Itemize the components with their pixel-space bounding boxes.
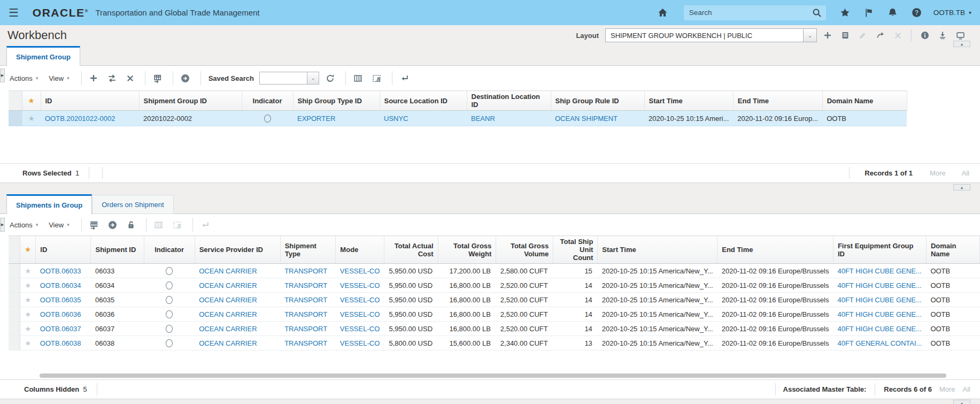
favorite-row-star-icon[interactable]: ★ [20, 322, 35, 336]
row-header-cell[interactable] [9, 264, 20, 278]
cell-link-service_provider_id[interactable]: OCEAN CARRIER [199, 339, 257, 347]
favorite-row-star-icon[interactable]: ★ [20, 307, 35, 322]
scrollbar-thumb[interactable] [40, 373, 946, 378]
cell-link-destination_location_id[interactable]: BEANR [471, 115, 495, 123]
row-header-cell[interactable] [9, 307, 20, 322]
chevron-down-icon[interactable]: ⌄ [803, 29, 816, 42]
column-header-end_time[interactable]: End Time [717, 236, 834, 264]
column-header-start_time[interactable]: Start Time [644, 91, 733, 111]
detach-icon[interactable] [372, 74, 381, 83]
cell-link-id[interactable]: OOTB.06038 [40, 339, 81, 347]
refresh-icon[interactable] [326, 74, 335, 83]
global-search-box[interactable] [684, 5, 826, 20]
records-more-button[interactable]: More [939, 385, 955, 393]
panel-splitter-handle[interactable]: ▶ [0, 68, 5, 82]
cell-link-id[interactable]: OOTB.06036 [40, 310, 81, 318]
table-action-icon[interactable] [153, 74, 162, 83]
cell-link-id[interactable]: OOTB.06033 [40, 267, 81, 275]
records-all-button[interactable]: All [962, 169, 969, 177]
cell-link-mode[interactable]: VESSEL-CO [340, 267, 380, 275]
cell-link-id[interactable]: OOTB.06035 [40, 296, 81, 304]
add-icon[interactable] [89, 74, 98, 82]
cell-link-mode[interactable]: VESSEL-CO [340, 339, 380, 347]
column-header-source_location_id[interactable]: Source Location ID [380, 91, 467, 111]
actions-menu[interactable]: Actions▾ [10, 221, 38, 229]
delete-icon[interactable] [126, 74, 134, 82]
cell-link-mode[interactable]: VESSEL-CO [340, 296, 380, 304]
go-circle-icon[interactable] [181, 74, 190, 83]
column-header-ship_group_rule_id[interactable]: Ship Group Rule ID [551, 91, 644, 111]
horizontal-scrollbar[interactable] [0, 372, 980, 379]
cell-link-first_equipment_group_id[interactable]: 40FT HIGH CUBE GENE... [837, 325, 921, 333]
sync-arrows-icon[interactable] [107, 74, 117, 83]
export-icon[interactable] [938, 31, 947, 40]
cell-link-shipment_type[interactable]: TRANSPORT [284, 339, 327, 347]
records-more-button[interactable]: More [930, 169, 946, 177]
notifications-bell-icon[interactable] [888, 7, 898, 18]
cell-link-shipment_type[interactable]: TRANSPORT [284, 310, 327, 318]
cell-link-id[interactable]: OOTB.06034 [40, 281, 81, 289]
unlock-icon[interactable] [127, 220, 135, 229]
grid-view-icon[interactable] [353, 74, 362, 83]
cell-link-id[interactable]: OOTB.06037 [40, 325, 81, 333]
cell-link-shipment_type[interactable]: TRANSPORT [284, 296, 327, 304]
cell-link-first_equipment_group_id[interactable]: 40FT GENERAL CONTAI... [837, 339, 922, 347]
actions-menu[interactable]: Actions▾ [10, 74, 38, 82]
column-header-mode[interactable]: Mode [336, 236, 384, 264]
column-header-shipment_type[interactable]: Shipment Type [280, 236, 336, 264]
help-icon[interactable]: ? [912, 7, 922, 18]
row-header-cell[interactable] [9, 111, 22, 126]
column-header-domain_name[interactable]: Domain Name [926, 236, 979, 264]
row-header-cell[interactable] [9, 322, 20, 336]
chevron-down-icon[interactable]: ⌄ [307, 72, 319, 84]
table-row[interactable]: ★OOTB.0603506035OCEAN CARRIERTRANSPORTVE… [9, 293, 980, 307]
add-layout-icon[interactable] [823, 31, 832, 40]
cell-link-mode[interactable]: VESSEL-CO [340, 325, 380, 333]
view-menu[interactable]: View▾ [49, 221, 69, 229]
favorite-row-star-icon[interactable]: ★ [20, 293, 35, 307]
column-header-shipment_group_id[interactable]: Shipment Group ID [139, 91, 242, 111]
table-row[interactable]: ★OOTB.0603606036OCEAN CARRIERTRANSPORTVE… [9, 307, 980, 322]
table-row[interactable]: ★OOTB.0603306033OCEAN CARRIERTRANSPORTVE… [9, 264, 980, 278]
column-header-ship_group_type_id[interactable]: Ship Group Type ID [293, 91, 380, 111]
desktop-icon[interactable] [956, 31, 965, 40]
search-icon[interactable] [812, 8, 822, 18]
collapse-panel-handle[interactable]: ▲ [953, 184, 970, 190]
column-header-total_ship_unit_count[interactable]: Total Ship Unit Count [553, 236, 598, 264]
table-row[interactable]: ★OOTB.0603706037OCEAN CARRIERTRANSPORTVE… [9, 322, 980, 336]
apply-return-icon[interactable] [400, 74, 409, 83]
cell-link-service_provider_id[interactable]: OCEAN CARRIER [199, 281, 257, 289]
row-header-cell[interactable] [9, 278, 20, 293]
row-header-cell[interactable] [9, 336, 20, 350]
cell-link-ship_group_type_id[interactable]: EXPORTER [297, 115, 335, 123]
cell-link-ship_group_rule_id[interactable]: OCEAN SHIPMENT [555, 115, 618, 123]
column-header-start_time[interactable]: Start Time [598, 236, 717, 264]
collapse-panel-handle[interactable]: ▲ [953, 400, 970, 404]
cell-link-service_provider_id[interactable]: OCEAN CARRIER [199, 310, 257, 318]
cell-link-mode[interactable]: VESSEL-CO [340, 310, 380, 318]
cell-link-first_equipment_group_id[interactable]: 40FT HIGH CUBE GENE... [837, 296, 921, 304]
column-header-id[interactable]: ID [41, 91, 139, 111]
column-header-total_gross_weight[interactable]: Total Gross Weight [438, 236, 496, 264]
cell-link-service_provider_id[interactable]: OCEAN CARRIER [199, 325, 257, 333]
column-header-first_equipment_group_id[interactable]: First Equipment Group ID [833, 236, 926, 264]
cell-link-mode[interactable]: VESSEL-CO [340, 281, 380, 289]
column-header-indicator[interactable]: Indicator [144, 236, 195, 264]
favorite-column-star-icon[interactable]: ★ [22, 91, 41, 111]
favorite-row-star-icon[interactable]: ★ [20, 264, 35, 278]
column-header-destination_location_id[interactable]: Destination Location ID [467, 91, 551, 111]
cell-link-shipment_type[interactable]: TRANSPORT [284, 281, 327, 289]
column-header-end_time[interactable]: End Time [733, 91, 822, 111]
favorite-column-star-icon[interactable]: ★ [20, 236, 35, 264]
go-circle-icon[interactable] [108, 220, 117, 230]
search-input[interactable] [688, 8, 812, 17]
column-header-indicator[interactable]: Indicator [242, 91, 293, 111]
share-layout-icon[interactable] [876, 31, 885, 40]
records-all-button[interactable]: All [963, 385, 970, 393]
column-header-id[interactable]: ID [36, 236, 91, 264]
column-header-domain_name[interactable]: Domain Name [822, 91, 907, 111]
panel-splitter-handle[interactable]: ▶ [0, 218, 5, 232]
column-header-shipment_id[interactable]: Shipment ID [91, 236, 144, 264]
table-row[interactable]: ★OOTB.0603406034OCEAN CARRIERTRANSPORTVE… [9, 278, 980, 293]
manage-layouts-icon[interactable] [841, 31, 850, 40]
